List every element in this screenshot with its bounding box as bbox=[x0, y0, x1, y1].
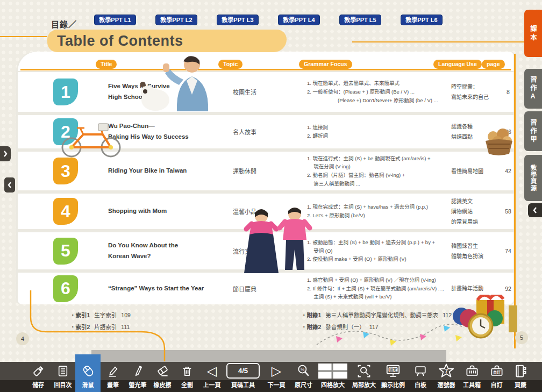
highlighter-tool-button[interactable]: 螢光筆 bbox=[125, 362, 150, 392]
column-header-title: Title bbox=[96, 60, 117, 69]
unit-topic: 校園生活 bbox=[233, 72, 284, 112]
right-panel-collapse-button[interactable] bbox=[528, 203, 542, 217]
bicycle-illustration bbox=[55, 119, 128, 158]
unit-language-use: 看懂簡易地圖 bbox=[451, 152, 500, 190]
back-to-toc-button[interactable]: 回目次 bbox=[51, 362, 75, 392]
left-panel-close-button[interactable] bbox=[4, 177, 15, 193]
page-title: Table of Contents bbox=[57, 33, 183, 49]
page-border-curve bbox=[0, 285, 194, 363]
page-tabs-button[interactable]: 頁籤 bbox=[509, 362, 532, 392]
page-title-banner: Table of Contents bbox=[47, 30, 287, 52]
custom-toolbox-button[interactable]: 自訂 自訂 bbox=[484, 362, 509, 392]
unit-grammar: 1. 被動語態：主詞 (S) + be 動詞 + 過去分詞 (p.p.) + b… bbox=[307, 232, 457, 269]
usb-save-icon bbox=[31, 364, 46, 379]
number-picker-button[interactable]: 7 選號器 bbox=[433, 362, 459, 392]
unit-page: 8 bbox=[497, 72, 519, 112]
unit-grammar: 1. 感官動詞 + 受詞 (O) + 原形動詞 (V) ／現在分詞 (V-ing… bbox=[307, 273, 457, 304]
column-header-language: Language Use bbox=[433, 60, 482, 69]
string-lights-doodle bbox=[315, 313, 465, 355]
star-number-icon: 7 bbox=[438, 363, 454, 379]
zoom-percent-icon: % bbox=[296, 364, 311, 379]
pen-tool-button[interactable]: 畫筆 bbox=[101, 362, 125, 392]
column-header-page: page bbox=[482, 60, 505, 69]
next-page-icon: ▷ bbox=[272, 365, 281, 377]
korean-couple-illustration bbox=[230, 206, 324, 275]
photo-student-thumbs-up-with-dog bbox=[132, 53, 220, 111]
whiteboard-button[interactable]: 白板 bbox=[408, 362, 433, 392]
page-number-tool[interactable]: 4/5 頁碼工具 bbox=[224, 362, 262, 392]
svg-text:7: 7 bbox=[445, 368, 448, 374]
svg-text:自訂: 自訂 bbox=[493, 369, 501, 374]
svg-text:%: % bbox=[300, 367, 304, 372]
unit-number-badge: 4 bbox=[53, 198, 78, 225]
unit-topic: 名人故事 bbox=[233, 115, 284, 148]
column-header-grammar: Grammar Focus bbox=[299, 60, 352, 69]
quad-zoom-button[interactable]: 四格放大 bbox=[316, 362, 350, 392]
accent-line-right bbox=[352, 41, 542, 42]
tab-workbook-a[interactable]: 習作A bbox=[524, 69, 542, 109]
toc-menu-label: 目錄／ bbox=[51, 18, 77, 30]
column-header-topic: Topic bbox=[218, 60, 243, 69]
unit-page: 74 bbox=[497, 232, 519, 269]
left-panel-open-button[interactable] bbox=[0, 146, 11, 161]
unit-grammar: 1. 連接詞2. 轉折詞 bbox=[307, 115, 457, 148]
pencil-icon bbox=[106, 364, 120, 378]
toolbox-button[interactable]: 工具箱 bbox=[459, 362, 484, 392]
custom-toolbox-icon: 自訂 bbox=[489, 364, 504, 379]
ppt-button-l6[interactable]: 教學PPT L6 bbox=[401, 15, 443, 25]
toolbox-icon bbox=[465, 364, 480, 379]
unit-topic: 運動休閒 bbox=[233, 152, 284, 190]
ppt-button-l4[interactable]: 教學PPT L4 bbox=[278, 15, 320, 25]
unit-language-use: 時空膠囊：寫給未來的自己 bbox=[451, 72, 500, 112]
prev-page-icon: ◁ bbox=[207, 365, 217, 377]
chevron-left-icon bbox=[532, 206, 538, 214]
region-zoom-icon bbox=[356, 364, 372, 379]
unit-page: 42 bbox=[497, 152, 519, 190]
bottom-toolbar: 儲存 回目次 滑鼠 畫筆 螢光筆 橡皮擦 bbox=[0, 362, 542, 392]
unit-topic: 節日慶典 bbox=[233, 273, 284, 304]
whiteboard-icon bbox=[413, 364, 428, 379]
page-tabs-icon bbox=[513, 364, 528, 379]
chevron-left-icon bbox=[7, 181, 12, 189]
unit-number-badge: 1 bbox=[53, 79, 78, 105]
eraser-icon bbox=[155, 364, 170, 379]
next-page-button[interactable]: ▷ 下一頁 bbox=[262, 362, 291, 392]
quad-zoom-icon bbox=[318, 363, 348, 379]
ebook-app-window: 目錄／ 教學PPT L1 教學PPT L2 教學PPT L3 教學PPT L4 … bbox=[0, 0, 542, 392]
unit-grammar: 1. 現在進行式：主詞 (S) + be 動詞現在式 (am/are/is) +… bbox=[307, 152, 457, 190]
unit-number-badge: 3 bbox=[53, 158, 78, 184]
ppt-button-l2[interactable]: 教學PPT L2 bbox=[155, 15, 197, 25]
header-underline bbox=[20, 69, 511, 70]
unit-title: Shopping with Mom bbox=[108, 194, 231, 229]
ppt-button-l1[interactable]: 教學PPT L1 bbox=[94, 15, 136, 25]
highlighter-icon bbox=[131, 364, 145, 378]
previous-page-button[interactable]: ◁ 上一頁 bbox=[199, 362, 224, 392]
tab-workbook-jia[interactable]: 習作甲 bbox=[524, 111, 542, 151]
ppt-button-l5[interactable]: 教學PPT L5 bbox=[339, 15, 381, 25]
unit-title: Do You Know About theKorean Wave? bbox=[108, 232, 231, 269]
unit-language-use: 認識英文購物網站的常見用語 bbox=[451, 194, 500, 229]
tab-teaching-resources[interactable]: 教學資源 bbox=[524, 155, 542, 201]
display-ratio-button[interactable]: 固定 顯示比例 bbox=[379, 362, 408, 392]
mouse-tool-button[interactable]: 滑鼠 bbox=[75, 362, 101, 392]
save-button[interactable]: 儲存 bbox=[26, 362, 51, 392]
page-indicator[interactable]: 4/5 bbox=[226, 363, 260, 379]
accent-line-left bbox=[0, 36, 47, 37]
original-size-button[interactable]: % 原尺寸 bbox=[291, 362, 316, 392]
toc-list-icon bbox=[56, 364, 70, 378]
toc-row-unit1[interactable]: 1 Five Ways to SurviveHigh School 校園生活 1… bbox=[18, 72, 514, 112]
svg-text:固定: 固定 bbox=[389, 367, 397, 372]
display-ratio-icon: 固定 bbox=[385, 363, 401, 379]
eraser-tool-button[interactable]: 橡皮擦 bbox=[150, 362, 175, 392]
ppt-button-l3[interactable]: 教學PPT L3 bbox=[217, 15, 259, 25]
unit-grammar: 1. 現在簡單式、過去簡單式、未來簡單式2. 一般祈使句：(Please + )… bbox=[307, 72, 457, 112]
unit-grammar: 1. 現在完成式：主詞 (S) + have/has + 過去分詞 (p.p.)… bbox=[307, 194, 457, 229]
bread-basket-illustration bbox=[482, 125, 515, 156]
unit-page: 58 bbox=[497, 194, 519, 229]
unit-number-badge: 5 bbox=[53, 238, 78, 265]
unit-language-use: 韓國練習生體驗角色扮演 bbox=[451, 232, 500, 269]
trash-icon bbox=[180, 364, 194, 378]
tab-textbook[interactable]: 課本 bbox=[524, 10, 542, 57]
region-zoom-button[interactable]: 局部放大 bbox=[350, 362, 379, 392]
delete-all-button[interactable]: 全刪 bbox=[175, 362, 199, 392]
